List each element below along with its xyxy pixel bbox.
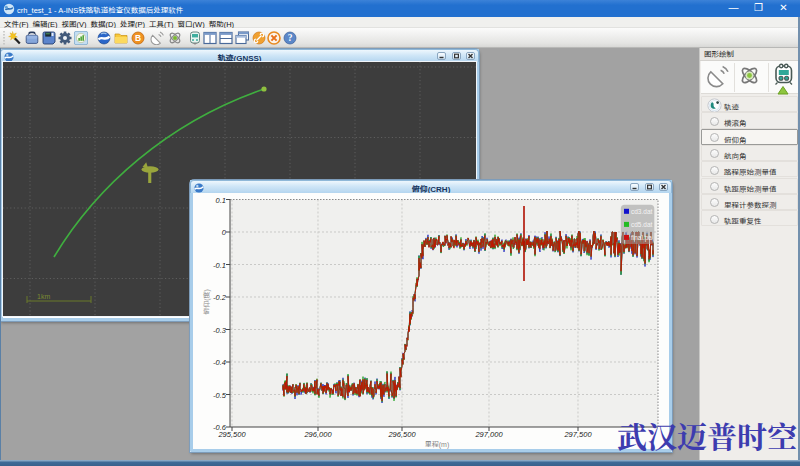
svg-text:里程(m): 里程(m)	[425, 441, 450, 449]
svg-text:-0.3: -0.3	[213, 326, 227, 335]
svg-text:297,500: 297,500	[563, 430, 592, 439]
svg-text:-0.2: -0.2	[213, 293, 227, 302]
svg-text:295,500: 295,500	[217, 430, 246, 439]
svg-text:0.1: 0.1	[216, 196, 226, 205]
svg-text:-0.1: -0.1	[213, 261, 226, 270]
svg-text:-0.4: -0.4	[213, 358, 226, 367]
svg-text:cd3.dat: cd3.dat	[631, 208, 653, 215]
svg-text:296,000: 296,000	[303, 430, 332, 439]
svg-text:final.pa: final.pa	[631, 234, 652, 242]
svg-text:297,000: 297,000	[474, 430, 503, 439]
svg-text:-0.5: -0.5	[213, 391, 227, 400]
svg-text:cd5.dat: cd5.dat	[631, 221, 653, 228]
svg-text:?: ?	[288, 33, 293, 43]
svg-text:俯仰(度): 俯仰(度)	[203, 289, 211, 315]
svg-text:296,500: 296,500	[387, 430, 416, 439]
svg-text:1km: 1km	[37, 293, 50, 300]
svg-text:B: B	[135, 33, 141, 43]
